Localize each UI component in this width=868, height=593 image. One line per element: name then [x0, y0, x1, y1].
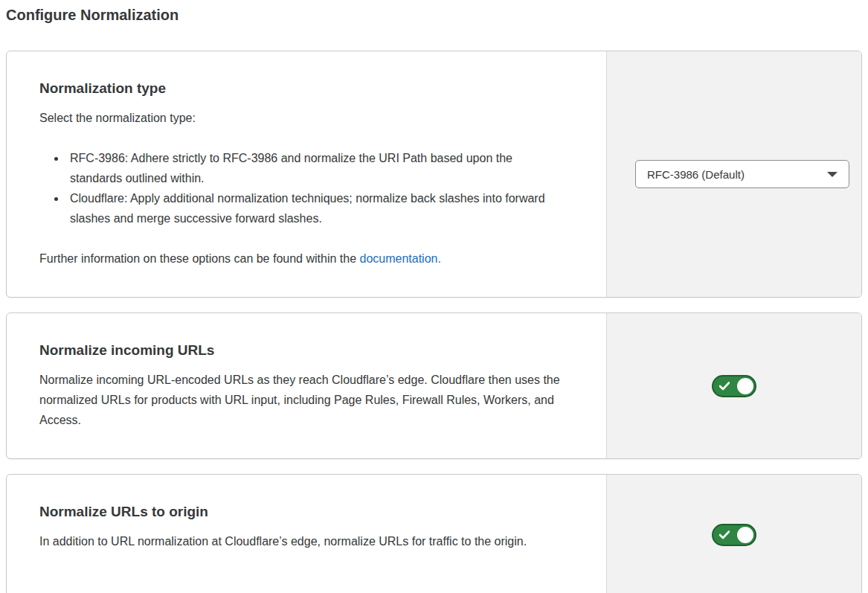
card-normalize-incoming-urls: Normalize incoming URLs Normalize incomi…	[6, 312, 862, 459]
card-normalize-urls-to-origin-body: Normalize URLs to origin In addition to …	[7, 475, 606, 593]
toggle-knob	[737, 378, 753, 394]
toggle-knob	[737, 527, 753, 543]
normalization-type-footer: Further information on these options can…	[39, 249, 573, 269]
check-icon	[719, 531, 730, 539]
normalization-type-options-list: RFC-3986: Adhere strictly to RFC-3986 an…	[39, 148, 573, 228]
card-title-normalize-incoming-urls: Normalize incoming URLs	[39, 342, 573, 359]
normalize-urls-to-origin-toggle[interactable]	[712, 524, 756, 546]
list-item-rfc-3986: RFC-3986: Adhere strictly to RFC-3986 an…	[66, 148, 553, 188]
card-title-normalization-type: Normalization type	[39, 80, 573, 97]
normalization-type-select[interactable]: RFC-3986 (Default)	[635, 160, 849, 188]
card-title-normalize-urls-to-origin: Normalize URLs to origin	[39, 503, 573, 521]
documentation-link[interactable]: documentation	[359, 252, 437, 265]
card-normalization-type-body: Normalization type Select the normalizat…	[7, 51, 606, 297]
card-normalize-urls-to-origin: Normalize URLs to origin In addition to …	[6, 474, 862, 593]
normalize-incoming-urls-aside-panel	[606, 313, 861, 458]
page-title: Configure Normalization	[6, 6, 862, 24]
card-normalization-type: Normalization type Select the normalizat…	[6, 51, 862, 298]
footer-period: .	[437, 252, 440, 265]
normalize-incoming-urls-description: Normalize incoming URL-encoded URLs as t…	[39, 370, 573, 430]
normalization-type-select-value: RFC-3986 (Default)	[647, 168, 745, 181]
normalize-urls-to-origin-description: In addition to URL normalization at Clou…	[39, 531, 573, 551]
list-item-cloudflare: Cloudflare: Apply additional normalizati…	[66, 188, 553, 228]
normalization-type-aside-panel: RFC-3986 (Default)	[606, 51, 861, 297]
normalize-incoming-urls-toggle[interactable]	[712, 375, 756, 397]
card-normalize-incoming-urls-body: Normalize incoming URLs Normalize incomi…	[7, 313, 606, 458]
normalize-urls-to-origin-aside-panel	[606, 475, 861, 593]
check-icon	[719, 382, 730, 391]
chevron-down-icon	[827, 172, 838, 177]
normalization-type-intro: Select the normalization type:	[39, 108, 573, 128]
configure-normalization-page: Configure Normalization Normalization ty…	[0, 0, 868, 593]
footer-text: Further information on these options can…	[39, 252, 359, 265]
